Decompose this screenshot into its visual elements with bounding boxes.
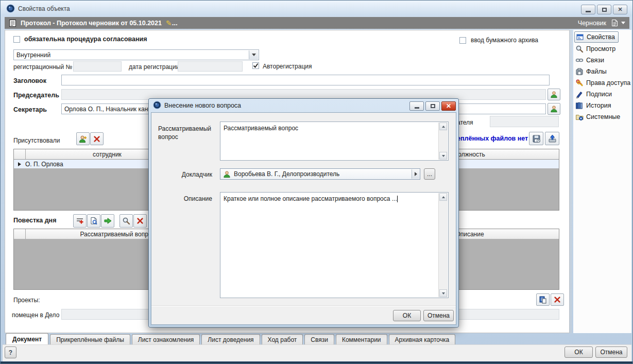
tab-attached-files[interactable]: Прикреплённые файлы bbox=[50, 334, 130, 345]
secretary-select-person-button[interactable] bbox=[548, 103, 560, 115]
approval-checkbox[interactable] bbox=[13, 36, 20, 43]
doc-kind-select[interactable]: Внутренний bbox=[13, 49, 259, 60]
window-bottom-edge bbox=[1, 361, 632, 363]
reg-date-field bbox=[178, 61, 243, 72]
agenda-preview-button[interactable] bbox=[87, 214, 100, 228]
sidebar-item-signatures[interactable]: Подписи bbox=[575, 89, 612, 99]
agenda-search-button[interactable] bbox=[119, 214, 133, 228]
tab-delivery-sheet[interactable]: Лист доведения bbox=[201, 334, 260, 345]
dialog-title: Внесение нового вопроса bbox=[164, 102, 241, 109]
status-dropdown-arrow-icon[interactable] bbox=[621, 22, 625, 24]
help-button[interactable]: ? bbox=[5, 346, 16, 358]
project-copy-button[interactable] bbox=[536, 293, 550, 306]
dialog-cancel-button[interactable]: Отмена bbox=[423, 310, 454, 321]
import-arrow-icon bbox=[548, 134, 557, 143]
current-row-marker-icon bbox=[18, 162, 21, 166]
scroll-down-icon[interactable] bbox=[439, 152, 447, 160]
question-scrollbar[interactable] bbox=[438, 123, 448, 160]
clipped-right-label: ателя bbox=[457, 119, 473, 126]
edit-pencil-icon[interactable]: ✎ bbox=[166, 19, 172, 27]
tab-document[interactable]: Документ bbox=[6, 333, 48, 345]
person-icon bbox=[550, 105, 558, 113]
speaker-combo[interactable]: Воробьева В. Г., Делопроизводитель bbox=[220, 168, 420, 180]
question-textarea[interactable]: Рассматриваемый вопрос bbox=[220, 122, 449, 161]
autoreg-label: Авторегистрация bbox=[263, 63, 312, 70]
scroll-down-icon[interactable] bbox=[439, 289, 447, 297]
page-magnifier-icon bbox=[90, 217, 98, 225]
agenda-move-button[interactable] bbox=[101, 214, 114, 228]
delete-attendee-button[interactable] bbox=[90, 132, 104, 145]
maximize-button[interactable] bbox=[597, 5, 611, 14]
magnifier-icon bbox=[122, 217, 130, 225]
title-bar bbox=[1, 1, 632, 16]
question-label: Рассматриваемый вопрос bbox=[158, 125, 216, 141]
files-icon bbox=[575, 67, 584, 76]
description-scrollbar[interactable] bbox=[438, 193, 448, 297]
paper-archive-checkbox[interactable] bbox=[459, 37, 466, 44]
minimize-button[interactable] bbox=[581, 5, 595, 14]
description-textarea[interactable]: Краткое или полное описание рассматривае… bbox=[220, 192, 449, 298]
dialog-minimize-button[interactable] bbox=[409, 101, 424, 111]
scroll-up-icon[interactable] bbox=[439, 123, 447, 130]
add-attendee-button[interactable] bbox=[76, 132, 90, 145]
footer-ok-button[interactable]: ОК bbox=[564, 346, 593, 358]
properties-icon bbox=[576, 33, 584, 41]
header-field[interactable] bbox=[61, 75, 550, 85]
pen-icon bbox=[575, 90, 584, 98]
header-field-label: Заголовок bbox=[13, 77, 46, 84]
agenda-marker-column-header[interactable] bbox=[14, 229, 26, 239]
dialog-ok-button[interactable]: ОК bbox=[393, 310, 421, 321]
doc-kind-dropdown-arrow-icon[interactable] bbox=[249, 50, 258, 59]
chairman-select-person-button[interactable] bbox=[548, 89, 560, 100]
tab-comments[interactable]: Комментарии bbox=[336, 334, 387, 345]
app-icon bbox=[6, 4, 15, 13]
tab-familiarization-sheet[interactable]: Лист ознакомления bbox=[132, 334, 200, 345]
project-delete-button[interactable] bbox=[551, 293, 564, 306]
sidebar-item-view[interactable]: Просмотр bbox=[575, 44, 615, 54]
sidebar-item-system[interactable]: Системные bbox=[575, 112, 620, 122]
text-caret bbox=[397, 196, 398, 202]
folder-gear-icon bbox=[575, 113, 584, 121]
books-icon bbox=[575, 101, 584, 110]
footer-bar bbox=[3, 344, 631, 361]
attendees-marker-column-header[interactable] bbox=[14, 149, 26, 159]
person-icon bbox=[223, 170, 231, 178]
application-window: Свойства объекта ✕ Протокол - Протокол ч… bbox=[0, 0, 633, 364]
sidebar-item-properties[interactable]: Свойства bbox=[574, 31, 619, 43]
save-file-button[interactable] bbox=[529, 132, 543, 145]
delete-x-icon bbox=[554, 296, 561, 303]
autoreg-checkbox[interactable] bbox=[252, 62, 259, 69]
document-type-icon bbox=[9, 19, 16, 27]
dialog-app-icon bbox=[153, 101, 161, 109]
tab-archive-card[interactable]: Архивная карточка bbox=[389, 334, 456, 345]
document-header-title: Протокол - Протокол черновик от 05.10.20… bbox=[21, 20, 162, 27]
reg-number-field bbox=[73, 61, 122, 72]
green-arrow-icon bbox=[104, 217, 112, 225]
speaker-more-button[interactable]: ... bbox=[424, 168, 435, 180]
tab-work-progress[interactable]: Ход работ bbox=[262, 334, 303, 345]
footer-cancel-button[interactable]: Отмена bbox=[595, 346, 627, 358]
sidebar-item-files[interactable]: Файлы bbox=[575, 66, 607, 77]
dialog-close-button[interactable]: ✕ bbox=[441, 101, 456, 111]
speaker-expand-arrow-icon[interactable] bbox=[412, 169, 419, 179]
sidebar-item-links[interactable]: Связи bbox=[575, 55, 604, 65]
attendees-label: Присутствовали bbox=[13, 137, 60, 144]
close-button[interactable]: ✕ bbox=[613, 5, 627, 14]
scroll-up-icon[interactable] bbox=[439, 193, 447, 201]
document-header-ellipsis: ... bbox=[172, 19, 178, 27]
draft-doc-icon[interactable] bbox=[611, 19, 618, 27]
agenda-delete-button[interactable] bbox=[133, 214, 147, 228]
projects-label: Проекты: bbox=[13, 297, 40, 304]
sidebar-item-history[interactable]: История bbox=[575, 100, 611, 111]
scan-import-button[interactable] bbox=[545, 132, 559, 145]
reg-date-label: дата регистрации bbox=[129, 63, 179, 71]
reg-number-label: регистрационный № bbox=[13, 63, 72, 71]
window-title: Свойства объекта bbox=[18, 5, 70, 12]
secretary-label: Секретарь bbox=[13, 106, 47, 113]
sidebar-item-access-rights[interactable]: Права доступа bbox=[575, 78, 630, 88]
tab-links[interactable]: Связи bbox=[304, 334, 334, 345]
agenda-add-button[interactable] bbox=[73, 214, 87, 228]
copy-doc-icon bbox=[539, 296, 547, 304]
add-row-icon bbox=[76, 217, 84, 225]
dialog-maximize-button[interactable] bbox=[425, 101, 440, 111]
